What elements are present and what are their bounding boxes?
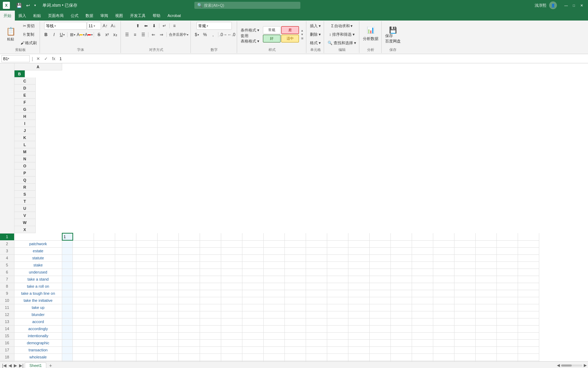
cell-q[interactable] [370, 325, 391, 332]
cell-n[interactable] [306, 332, 327, 339]
cell-o[interactable] [327, 297, 348, 304]
cell-p[interactable] [348, 311, 370, 318]
tab-formula[interactable]: 页面布局 [45, 11, 67, 21]
cell-j[interactable] [221, 276, 242, 283]
cell-i[interactable] [200, 261, 221, 269]
save-btn[interactable]: 💾 [388, 26, 398, 34]
cell-b[interactable] [62, 247, 73, 254]
cell-a[interactable]: statute [14, 254, 62, 261]
minimize-btn[interactable]: — [563, 2, 570, 9]
cell-h[interactable] [179, 332, 200, 339]
cell-s[interactable] [412, 269, 433, 276]
quick-undo-arrow[interactable]: ▾ [33, 1, 37, 9]
cell-t[interactable] [433, 339, 454, 346]
cell-r[interactable] [391, 332, 412, 339]
cell-n[interactable] [306, 283, 327, 290]
cell-q[interactable] [370, 318, 391, 325]
align-center-btn[interactable]: ≡ [131, 31, 139, 39]
col-header-w[interactable]: W [14, 219, 36, 226]
cell-n[interactable] [306, 269, 327, 276]
cell-b[interactable] [62, 240, 73, 247]
cell-q[interactable] [370, 233, 391, 240]
cell-n[interactable] [306, 240, 327, 247]
cell-a[interactable]: take the initiative [14, 297, 62, 304]
cell-p[interactable] [348, 233, 370, 240]
cell-f[interactable] [136, 254, 158, 261]
cell-w[interactable] [497, 297, 518, 304]
cell-v[interactable] [476, 261, 497, 269]
cell-p[interactable] [348, 325, 370, 332]
cell-x[interactable] [518, 297, 539, 304]
cell-j[interactable] [221, 240, 242, 247]
cell-r[interactable] [391, 339, 412, 346]
cell-d[interactable] [94, 311, 115, 318]
row-number[interactable]: 4 [0, 254, 14, 261]
cell-e[interactable] [115, 240, 136, 247]
formula-input[interactable] [58, 57, 587, 61]
cell-r[interactable] [391, 290, 412, 297]
cell-q[interactable] [370, 290, 391, 297]
cell-c[interactable] [73, 247, 94, 254]
cell-f[interactable] [136, 297, 158, 304]
cell-v[interactable] [476, 254, 497, 261]
cell-c[interactable] [73, 318, 94, 325]
cell-w[interactable] [497, 283, 518, 290]
cell-e[interactable] [115, 261, 136, 269]
cell-m[interactable] [285, 290, 306, 297]
cell-x[interactable] [518, 269, 539, 276]
cell-k[interactable] [242, 304, 264, 311]
cell-b[interactable] [62, 269, 73, 276]
maximize-btn[interactable]: □ [570, 2, 577, 9]
cell-m[interactable] [285, 318, 306, 325]
cell-g[interactable] [158, 240, 179, 247]
style-down-btn[interactable]: ▼ [300, 33, 305, 36]
row-number[interactable]: 12 [0, 311, 14, 318]
cell-e[interactable] [115, 361, 136, 361]
cell-p[interactable] [348, 290, 370, 297]
thousands-btn[interactable]: , [209, 31, 217, 39]
cell-h[interactable] [179, 346, 200, 353]
cell-a[interactable]: patchwork [14, 240, 62, 247]
cell-n[interactable] [306, 318, 327, 325]
cell-u[interactable] [454, 290, 476, 297]
row-number[interactable]: 6 [0, 269, 14, 276]
cell-p[interactable] [348, 283, 370, 290]
cell-k[interactable] [242, 325, 264, 332]
cell-e[interactable] [115, 254, 136, 261]
cell-h[interactable] [179, 297, 200, 304]
cell-j[interactable] [221, 261, 242, 269]
cell-p[interactable] [348, 332, 370, 339]
cell-t[interactable] [433, 325, 454, 332]
cell-h[interactable] [179, 361, 200, 361]
cell-e[interactable] [115, 325, 136, 332]
cell-k[interactable] [242, 261, 264, 269]
cell-q[interactable] [370, 261, 391, 269]
col-header-e[interactable]: E [14, 92, 36, 99]
cell-j[interactable] [221, 325, 242, 332]
cell-j[interactable] [221, 311, 242, 318]
cell-r[interactable] [391, 325, 412, 332]
cut-btn[interactable]: ✂ 剪切 [19, 22, 38, 30]
align-bottom-btn[interactable]: ⬇ [150, 22, 158, 30]
delete-btn[interactable]: 删除 ▾ [308, 30, 322, 38]
cell-t[interactable] [433, 318, 454, 325]
cell-t[interactable] [433, 353, 454, 361]
cell-e[interactable] [115, 276, 136, 283]
cell-x[interactable] [518, 332, 539, 339]
cell-i[interactable] [200, 276, 221, 283]
cell-x[interactable] [518, 304, 539, 311]
cell-o[interactable] [327, 247, 348, 254]
col-header-v[interactable]: V [14, 212, 36, 219]
cell-u[interactable] [454, 361, 476, 361]
cell-w[interactable] [497, 325, 518, 332]
row-number[interactable]: 1 [0, 233, 14, 240]
cell-c[interactable] [73, 283, 94, 290]
cell-g[interactable] [158, 339, 179, 346]
cell-d[interactable] [94, 353, 115, 361]
cell-k[interactable] [242, 247, 264, 254]
cell-a[interactable]: take a tough line on [14, 290, 62, 297]
col-header-c[interactable]: C [14, 77, 36, 85]
cell-h[interactable] [179, 290, 200, 297]
cell-e[interactable] [115, 353, 136, 361]
tab-data[interactable]: 公式 [67, 11, 82, 21]
